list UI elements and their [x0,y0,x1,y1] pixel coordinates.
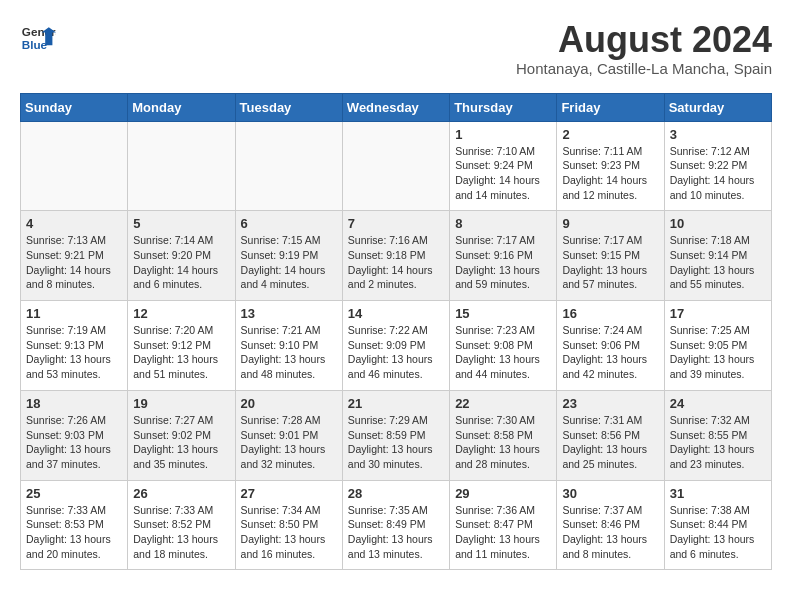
weekday-header-saturday: Saturday [664,93,771,121]
calendar-day-17: 17Sunrise: 7:25 AM Sunset: 9:05 PM Dayli… [664,301,771,391]
logo: General Blue [20,20,56,56]
calendar-day-28: 28Sunrise: 7:35 AM Sunset: 8:49 PM Dayli… [342,480,449,570]
day-info: Sunrise: 7:28 AM Sunset: 9:01 PM Dayligh… [241,413,337,472]
day-info: Sunrise: 7:17 AM Sunset: 9:15 PM Dayligh… [562,233,658,292]
location-subtitle: Hontanaya, Castille-La Mancha, Spain [516,60,772,77]
day-info: Sunrise: 7:23 AM Sunset: 9:08 PM Dayligh… [455,323,551,382]
calendar-day-22: 22Sunrise: 7:30 AM Sunset: 8:58 PM Dayli… [450,390,557,480]
day-number: 1 [455,127,551,142]
calendar-day-23: 23Sunrise: 7:31 AM Sunset: 8:56 PM Dayli… [557,390,664,480]
calendar-day-18: 18Sunrise: 7:26 AM Sunset: 9:03 PM Dayli… [21,390,128,480]
calendar-day-9: 9Sunrise: 7:17 AM Sunset: 9:15 PM Daylig… [557,211,664,301]
day-info: Sunrise: 7:30 AM Sunset: 8:58 PM Dayligh… [455,413,551,472]
calendar-week-row: 18Sunrise: 7:26 AM Sunset: 9:03 PM Dayli… [21,390,772,480]
day-number: 3 [670,127,766,142]
day-number: 8 [455,216,551,231]
day-number: 17 [670,306,766,321]
calendar-day-24: 24Sunrise: 7:32 AM Sunset: 8:55 PM Dayli… [664,390,771,480]
calendar-day-19: 19Sunrise: 7:27 AM Sunset: 9:02 PM Dayli… [128,390,235,480]
calendar-day-10: 10Sunrise: 7:18 AM Sunset: 9:14 PM Dayli… [664,211,771,301]
calendar-day-21: 21Sunrise: 7:29 AM Sunset: 8:59 PM Dayli… [342,390,449,480]
calendar-day-11: 11Sunrise: 7:19 AM Sunset: 9:13 PM Dayli… [21,301,128,391]
calendar-day-31: 31Sunrise: 7:38 AM Sunset: 8:44 PM Dayli… [664,480,771,570]
day-number: 16 [562,306,658,321]
day-info: Sunrise: 7:14 AM Sunset: 9:20 PM Dayligh… [133,233,229,292]
calendar-day-8: 8Sunrise: 7:17 AM Sunset: 9:16 PM Daylig… [450,211,557,301]
page-header: General Blue August 2024 Hontanaya, Cast… [20,20,772,77]
day-number: 22 [455,396,551,411]
weekday-header-thursday: Thursday [450,93,557,121]
day-number: 24 [670,396,766,411]
day-info: Sunrise: 7:25 AM Sunset: 9:05 PM Dayligh… [670,323,766,382]
day-info: Sunrise: 7:16 AM Sunset: 9:18 PM Dayligh… [348,233,444,292]
empty-calendar-cell [21,121,128,211]
calendar-day-1: 1Sunrise: 7:10 AM Sunset: 9:24 PM Daylig… [450,121,557,211]
day-info: Sunrise: 7:37 AM Sunset: 8:46 PM Dayligh… [562,503,658,562]
calendar-day-16: 16Sunrise: 7:24 AM Sunset: 9:06 PM Dayli… [557,301,664,391]
calendar-day-30: 30Sunrise: 7:37 AM Sunset: 8:46 PM Dayli… [557,480,664,570]
day-number: 29 [455,486,551,501]
day-info: Sunrise: 7:10 AM Sunset: 9:24 PM Dayligh… [455,144,551,203]
day-info: Sunrise: 7:31 AM Sunset: 8:56 PM Dayligh… [562,413,658,472]
calendar-day-26: 26Sunrise: 7:33 AM Sunset: 8:52 PM Dayli… [128,480,235,570]
calendar-day-4: 4Sunrise: 7:13 AM Sunset: 9:21 PM Daylig… [21,211,128,301]
calendar-week-row: 4Sunrise: 7:13 AM Sunset: 9:21 PM Daylig… [21,211,772,301]
day-number: 26 [133,486,229,501]
day-number: 9 [562,216,658,231]
empty-calendar-cell [128,121,235,211]
calendar-day-27: 27Sunrise: 7:34 AM Sunset: 8:50 PM Dayli… [235,480,342,570]
day-info: Sunrise: 7:33 AM Sunset: 8:52 PM Dayligh… [133,503,229,562]
month-year-title: August 2024 [516,20,772,60]
calendar-day-25: 25Sunrise: 7:33 AM Sunset: 8:53 PM Dayli… [21,480,128,570]
calendar-day-6: 6Sunrise: 7:15 AM Sunset: 9:19 PM Daylig… [235,211,342,301]
day-number: 21 [348,396,444,411]
day-info: Sunrise: 7:36 AM Sunset: 8:47 PM Dayligh… [455,503,551,562]
day-number: 6 [241,216,337,231]
day-info: Sunrise: 7:34 AM Sunset: 8:50 PM Dayligh… [241,503,337,562]
weekday-header-friday: Friday [557,93,664,121]
day-info: Sunrise: 7:21 AM Sunset: 9:10 PM Dayligh… [241,323,337,382]
logo-icon: General Blue [20,20,56,56]
day-number: 28 [348,486,444,501]
calendar-week-row: 1Sunrise: 7:10 AM Sunset: 9:24 PM Daylig… [21,121,772,211]
calendar-table: SundayMondayTuesdayWednesdayThursdayFrid… [20,93,772,571]
weekday-header-monday: Monday [128,93,235,121]
day-number: 5 [133,216,229,231]
calendar-day-20: 20Sunrise: 7:28 AM Sunset: 9:01 PM Dayli… [235,390,342,480]
weekday-header-sunday: Sunday [21,93,128,121]
empty-calendar-cell [342,121,449,211]
calendar-day-13: 13Sunrise: 7:21 AM Sunset: 9:10 PM Dayli… [235,301,342,391]
calendar-day-7: 7Sunrise: 7:16 AM Sunset: 9:18 PM Daylig… [342,211,449,301]
day-info: Sunrise: 7:27 AM Sunset: 9:02 PM Dayligh… [133,413,229,472]
day-number: 20 [241,396,337,411]
day-info: Sunrise: 7:26 AM Sunset: 9:03 PM Dayligh… [26,413,122,472]
day-number: 31 [670,486,766,501]
day-info: Sunrise: 7:20 AM Sunset: 9:12 PM Dayligh… [133,323,229,382]
day-number: 12 [133,306,229,321]
calendar-day-12: 12Sunrise: 7:20 AM Sunset: 9:12 PM Dayli… [128,301,235,391]
calendar-day-15: 15Sunrise: 7:23 AM Sunset: 9:08 PM Dayli… [450,301,557,391]
calendar-day-14: 14Sunrise: 7:22 AM Sunset: 9:09 PM Dayli… [342,301,449,391]
day-number: 10 [670,216,766,231]
calendar-day-2: 2Sunrise: 7:11 AM Sunset: 9:23 PM Daylig… [557,121,664,211]
day-info: Sunrise: 7:32 AM Sunset: 8:55 PM Dayligh… [670,413,766,472]
day-info: Sunrise: 7:17 AM Sunset: 9:16 PM Dayligh… [455,233,551,292]
day-number: 2 [562,127,658,142]
day-info: Sunrise: 7:12 AM Sunset: 9:22 PM Dayligh… [670,144,766,203]
day-number: 30 [562,486,658,501]
day-number: 23 [562,396,658,411]
day-info: Sunrise: 7:11 AM Sunset: 9:23 PM Dayligh… [562,144,658,203]
empty-calendar-cell [235,121,342,211]
weekday-header-wednesday: Wednesday [342,93,449,121]
day-number: 11 [26,306,122,321]
day-info: Sunrise: 7:22 AM Sunset: 9:09 PM Dayligh… [348,323,444,382]
svg-text:Blue: Blue [22,38,48,51]
day-number: 19 [133,396,229,411]
day-number: 15 [455,306,551,321]
day-info: Sunrise: 7:13 AM Sunset: 9:21 PM Dayligh… [26,233,122,292]
calendar-day-5: 5Sunrise: 7:14 AM Sunset: 9:20 PM Daylig… [128,211,235,301]
weekday-header-tuesday: Tuesday [235,93,342,121]
day-number: 4 [26,216,122,231]
title-block: August 2024 Hontanaya, Castille-La Manch… [516,20,772,77]
day-info: Sunrise: 7:38 AM Sunset: 8:44 PM Dayligh… [670,503,766,562]
